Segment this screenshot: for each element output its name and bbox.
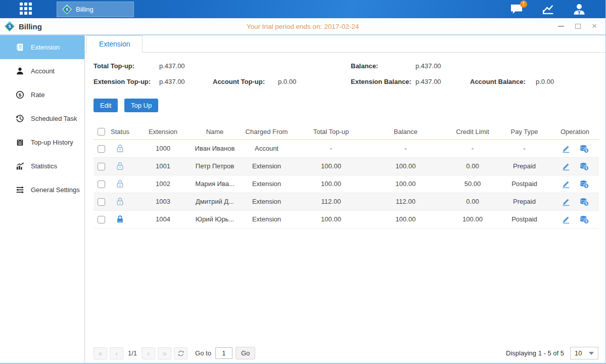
table-body: 1000Иван ИвановAccount----$1001Петр Петр… — [94, 140, 599, 228]
notification-badge: ! — [520, 1, 527, 8]
cell-balance: 100.00 — [364, 210, 447, 228]
sidebar: ExtensionAccount$RateScheduled TaskTop-u… — [0, 35, 85, 363]
refresh-icon[interactable] — [174, 347, 188, 359]
row-checkbox[interactable] — [98, 216, 105, 223]
account-balance-value: p.0.00 — [536, 78, 554, 85]
column-header: Extension — [131, 124, 195, 140]
cell-credit-limit: 100.00 — [447, 210, 498, 228]
page-size-select[interactable]: 10 — [570, 347, 598, 359]
rate-icon: $ — [16, 90, 24, 99]
column-header: Balance — [364, 124, 447, 140]
sidebar-item-scheduled-task[interactable]: Scheduled Task — [0, 107, 84, 130]
cell-extension: 1001 — [131, 157, 195, 175]
table-row: 1004Юрий Юрь...Extension100.00100.00100.… — [94, 210, 599, 228]
cell-charged-from: Extension — [235, 157, 298, 175]
row-checkbox[interactable] — [98, 145, 105, 153]
sidebar-item-label: Account — [31, 67, 55, 75]
sidebar-item-statistics[interactable]: Statistics — [0, 154, 84, 178]
minimize-icon[interactable] — [557, 22, 565, 30]
page-size-value: 10 — [575, 349, 582, 357]
edit-icon[interactable] — [562, 144, 571, 153]
tab-strip: Extension — [85, 35, 605, 53]
cell-credit-limit: - — [447, 140, 498, 157]
cell-balance: 112.00 — [364, 193, 447, 210]
svg-text:$: $ — [19, 92, 22, 98]
goto-page-input[interactable] — [215, 347, 232, 359]
cell-total-topup: 112.00 — [298, 193, 364, 210]
select-all-checkbox[interactable] — [98, 128, 105, 135]
svg-text:$: $ — [585, 202, 587, 206]
account-icon — [16, 67, 24, 75]
topup-icon[interactable]: $ — [580, 215, 589, 224]
cell-charged-from: Extension — [235, 193, 298, 210]
column-header: Credit Limit — [447, 124, 498, 140]
sidebar-item-label: Extension — [31, 43, 60, 51]
table-row: 1002Мария Ива...Extension100.00100.0050.… — [94, 175, 599, 193]
billing-diamond-icon: $ — [62, 5, 72, 14]
svg-text:$: $ — [66, 7, 68, 12]
billing-diamond-icon: $ — [4, 21, 15, 32]
total-topup-label: Total Top-up: — [94, 62, 134, 70]
cell-credit-limit: 0.00 — [447, 157, 498, 175]
prev-page-button[interactable]: ‹ — [110, 347, 123, 359]
column-header: Total Top-up — [298, 124, 364, 140]
user-icon[interactable] — [571, 2, 587, 17]
taskbar-billing-tab[interactable]: $ Billing — [57, 2, 134, 17]
row-checkbox[interactable] — [98, 180, 105, 188]
cell-total-topup: 100.00 — [298, 210, 364, 228]
topup-icon[interactable]: $ — [580, 162, 589, 171]
column-header: Charged From — [235, 124, 298, 140]
extension-topup-label: Extension Top-up: — [94, 78, 151, 85]
billing-app-window: $ Billing ! $ Billing Your trial period … — [0, 0, 606, 364]
cell-charged-from: Account — [235, 140, 298, 157]
extension-topup-value: p.437.00 — [159, 78, 185, 85]
lock-open-icon — [116, 144, 124, 152]
sidebar-item-extension[interactable]: Extension — [0, 35, 84, 59]
app-launcher-icon[interactable] — [20, 3, 33, 16]
chevron-down-icon — [589, 352, 594, 355]
svg-text:$: $ — [585, 184, 587, 188]
close-icon[interactable]: × — [590, 22, 598, 30]
edit-button[interactable]: Edit — [94, 99, 118, 112]
row-checkbox[interactable] — [98, 163, 105, 170]
next-page-button[interactable]: › — [142, 347, 155, 359]
topup-icon[interactable]: $ — [580, 197, 589, 206]
settings-icon — [16, 186, 24, 194]
column-header: Operation — [551, 124, 599, 140]
cell-balance: 100.00 — [364, 175, 447, 193]
tab-extension[interactable]: Extension — [86, 35, 143, 53]
last-page-button[interactable]: » — [158, 347, 171, 359]
cell-pay-type: Postpaid — [498, 210, 551, 228]
cell-credit-limit: 0.00 — [447, 193, 498, 210]
lock-open-icon — [116, 179, 124, 187]
topup-icon[interactable]: $ — [580, 179, 589, 189]
edit-icon[interactable] — [562, 197, 571, 206]
table-row: 1000Иван ИвановAccount----$ — [94, 140, 599, 157]
topup-icon[interactable]: $ — [580, 144, 589, 153]
edit-icon[interactable] — [562, 179, 571, 189]
window-controls: × — [557, 18, 598, 34]
displaying-text: Displaying 1 - 5 of 5 — [506, 349, 564, 357]
cell-name: Иван Иванов — [195, 140, 235, 157]
go-button[interactable]: Go — [236, 347, 255, 359]
edit-icon[interactable] — [562, 162, 571, 171]
sidebar-item-topup-history[interactable]: Top-up History — [0, 130, 84, 154]
sidebar-item-label: Top-up History — [31, 139, 73, 146]
maximize-icon[interactable] — [574, 22, 582, 30]
edit-icon[interactable] — [562, 215, 571, 224]
lock-closed-icon — [116, 215, 124, 222]
chart-icon[interactable] — [540, 2, 556, 17]
sidebar-item-general-settings[interactable]: General Settings — [0, 178, 84, 202]
row-checkbox[interactable] — [98, 198, 105, 206]
cell-extension: 1002 — [131, 175, 195, 193]
cell-extension: 1003 — [131, 193, 195, 210]
sidebar-item-rate[interactable]: $Rate — [0, 83, 84, 107]
cell-charged-from: Extension — [235, 175, 298, 193]
chat-icon[interactable]: ! — [508, 2, 525, 17]
first-page-button[interactable]: « — [94, 347, 107, 359]
svg-text:$: $ — [585, 219, 587, 223]
statistics-icon — [16, 162, 24, 170]
sidebar-item-account[interactable]: Account — [0, 59, 84, 83]
topup-button[interactable]: Top Up — [124, 99, 158, 112]
column-header: Name — [195, 124, 235, 140]
